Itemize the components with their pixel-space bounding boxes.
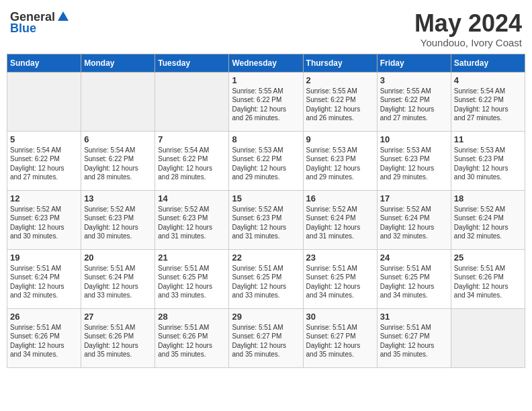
cell-info: Sunrise: 5:51 AM Sunset: 6:25 PM Dayligh… (158, 264, 226, 300)
calendar-cell: 13Sunrise: 5:52 AM Sunset: 6:23 PM Dayli… (81, 190, 155, 249)
svg-marker-0 (58, 11, 69, 21)
day-number: 18 (454, 193, 522, 203)
calendar-cell: 31Sunrise: 5:51 AM Sunset: 6:27 PM Dayli… (377, 308, 451, 367)
day-number: 20 (84, 253, 152, 263)
title-block: May 2024 Youndouo, Ivory Coast (414, 10, 522, 48)
calendar-cell: 17Sunrise: 5:52 AM Sunset: 6:24 PM Dayli… (377, 190, 451, 249)
calendar-week-row: 26Sunrise: 5:51 AM Sunset: 6:26 PM Dayli… (7, 308, 525, 367)
calendar-cell: 21Sunrise: 5:51 AM Sunset: 6:25 PM Dayli… (155, 249, 229, 308)
cell-info: Sunrise: 5:52 AM Sunset: 6:24 PM Dayligh… (306, 205, 374, 241)
cell-info: Sunrise: 5:55 AM Sunset: 6:22 PM Dayligh… (232, 87, 300, 123)
header-cell: Wednesday (229, 54, 303, 72)
cell-info: Sunrise: 5:51 AM Sunset: 6:25 PM Dayligh… (380, 264, 448, 300)
calendar-week-row: 12Sunrise: 5:52 AM Sunset: 6:23 PM Dayli… (7, 190, 525, 249)
calendar-cell: 4Sunrise: 5:54 AM Sunset: 6:22 PM Daylig… (451, 72, 525, 131)
day-number: 22 (232, 253, 300, 263)
day-number: 24 (380, 253, 448, 263)
day-number: 8 (232, 134, 300, 144)
day-number: 25 (454, 253, 522, 263)
header-cell: Saturday (451, 54, 525, 72)
calendar-cell: 24Sunrise: 5:51 AM Sunset: 6:25 PM Dayli… (377, 249, 451, 308)
logo-blue-text: Blue (10, 21, 36, 36)
calendar-cell: 16Sunrise: 5:52 AM Sunset: 6:24 PM Dayli… (303, 190, 377, 249)
calendar-cell: 1Sunrise: 5:55 AM Sunset: 6:22 PM Daylig… (229, 72, 303, 131)
calendar-cell: 27Sunrise: 5:51 AM Sunset: 6:26 PM Dayli… (81, 308, 155, 367)
cell-info: Sunrise: 5:52 AM Sunset: 6:24 PM Dayligh… (454, 205, 522, 241)
calendar-cell: 5Sunrise: 5:54 AM Sunset: 6:22 PM Daylig… (7, 131, 81, 190)
cell-info: Sunrise: 5:55 AM Sunset: 6:22 PM Dayligh… (306, 87, 374, 123)
day-number: 28 (158, 312, 226, 322)
cell-info: Sunrise: 5:51 AM Sunset: 6:27 PM Dayligh… (380, 323, 448, 359)
day-number: 15 (232, 193, 300, 203)
calendar-cell: 14Sunrise: 5:52 AM Sunset: 6:23 PM Dayli… (155, 190, 229, 249)
day-number: 6 (84, 134, 152, 144)
header-cell: Sunday (7, 54, 81, 72)
logo-icon (56, 10, 70, 24)
logo: General Blue (10, 10, 70, 36)
calendar-cell: 30Sunrise: 5:51 AM Sunset: 6:27 PM Dayli… (303, 308, 377, 367)
header-cell: Friday (377, 54, 451, 72)
day-number: 5 (10, 134, 78, 144)
calendar-cell: 29Sunrise: 5:51 AM Sunset: 6:27 PM Dayli… (229, 308, 303, 367)
day-number: 16 (306, 193, 374, 203)
calendar-cell: 3Sunrise: 5:55 AM Sunset: 6:22 PM Daylig… (377, 72, 451, 131)
day-number: 17 (380, 193, 448, 203)
day-number: 10 (380, 134, 448, 144)
month-title: May 2024 (414, 10, 522, 37)
header-cell: Thursday (303, 54, 377, 72)
cell-info: Sunrise: 5:54 AM Sunset: 6:22 PM Dayligh… (10, 146, 78, 182)
calendar-cell: 9Sunrise: 5:53 AM Sunset: 6:23 PM Daylig… (303, 131, 377, 190)
cell-info: Sunrise: 5:53 AM Sunset: 6:23 PM Dayligh… (306, 146, 374, 182)
day-number: 2 (306, 75, 374, 85)
calendar-cell: 23Sunrise: 5:51 AM Sunset: 6:25 PM Dayli… (303, 249, 377, 308)
calendar-cell: 2Sunrise: 5:55 AM Sunset: 6:22 PM Daylig… (303, 72, 377, 131)
calendar-cell (81, 72, 155, 131)
cell-info: Sunrise: 5:51 AM Sunset: 6:25 PM Dayligh… (232, 264, 300, 300)
calendar-cell: 12Sunrise: 5:52 AM Sunset: 6:23 PM Dayli… (7, 190, 81, 249)
cell-info: Sunrise: 5:55 AM Sunset: 6:22 PM Dayligh… (380, 87, 448, 123)
calendar-cell: 20Sunrise: 5:51 AM Sunset: 6:24 PM Dayli… (81, 249, 155, 308)
day-number: 23 (306, 253, 374, 263)
cell-info: Sunrise: 5:51 AM Sunset: 6:25 PM Dayligh… (306, 264, 374, 300)
cell-info: Sunrise: 5:54 AM Sunset: 6:22 PM Dayligh… (84, 146, 152, 182)
day-number: 7 (158, 134, 226, 144)
calendar-cell: 18Sunrise: 5:52 AM Sunset: 6:24 PM Dayli… (451, 190, 525, 249)
day-number: 1 (232, 75, 300, 85)
cell-info: Sunrise: 5:52 AM Sunset: 6:23 PM Dayligh… (84, 205, 152, 241)
day-number: 19 (10, 253, 78, 263)
cell-info: Sunrise: 5:52 AM Sunset: 6:23 PM Dayligh… (232, 205, 300, 241)
day-number: 9 (306, 134, 374, 144)
cell-info: Sunrise: 5:51 AM Sunset: 6:26 PM Dayligh… (10, 323, 78, 359)
cell-info: Sunrise: 5:51 AM Sunset: 6:24 PM Dayligh… (84, 264, 152, 300)
calendar-cell: 15Sunrise: 5:52 AM Sunset: 6:23 PM Dayli… (229, 190, 303, 249)
cell-info: Sunrise: 5:52 AM Sunset: 6:24 PM Dayligh… (380, 205, 448, 241)
header-row: SundayMondayTuesdayWednesdayThursdayFrid… (7, 54, 525, 72)
day-number: 12 (10, 193, 78, 203)
day-number: 31 (380, 312, 448, 322)
calendar-cell: 26Sunrise: 5:51 AM Sunset: 6:26 PM Dayli… (7, 308, 81, 367)
calendar-cell: 6Sunrise: 5:54 AM Sunset: 6:22 PM Daylig… (81, 131, 155, 190)
cell-info: Sunrise: 5:52 AM Sunset: 6:23 PM Dayligh… (158, 205, 226, 241)
calendar-cell: 19Sunrise: 5:51 AM Sunset: 6:24 PM Dayli… (7, 249, 81, 308)
day-number: 27 (84, 312, 152, 322)
cell-info: Sunrise: 5:53 AM Sunset: 6:23 PM Dayligh… (454, 146, 522, 182)
calendar-week-row: 19Sunrise: 5:51 AM Sunset: 6:24 PM Dayli… (7, 249, 525, 308)
cell-info: Sunrise: 5:53 AM Sunset: 6:22 PM Dayligh… (232, 146, 300, 182)
day-number: 21 (158, 253, 226, 263)
subtitle: Youndouo, Ivory Coast (414, 37, 522, 48)
calendar-cell: 11Sunrise: 5:53 AM Sunset: 6:23 PM Dayli… (451, 131, 525, 190)
calendar-cell (451, 308, 525, 367)
page-header: General Blue May 2024 Youndouo, Ivory Co… (7, 7, 525, 48)
cell-info: Sunrise: 5:51 AM Sunset: 6:26 PM Dayligh… (84, 323, 152, 359)
calendar-cell (155, 72, 229, 131)
day-number: 29 (232, 312, 300, 322)
cell-info: Sunrise: 5:51 AM Sunset: 6:26 PM Dayligh… (158, 323, 226, 359)
cell-info: Sunrise: 5:53 AM Sunset: 6:23 PM Dayligh… (380, 146, 448, 182)
calendar-week-row: 5Sunrise: 5:54 AM Sunset: 6:22 PM Daylig… (7, 131, 525, 190)
calendar-cell: 10Sunrise: 5:53 AM Sunset: 6:23 PM Dayli… (377, 131, 451, 190)
calendar-week-row: 1Sunrise: 5:55 AM Sunset: 6:22 PM Daylig… (7, 72, 525, 131)
day-number: 30 (306, 312, 374, 322)
calendar-cell: 22Sunrise: 5:51 AM Sunset: 6:25 PM Dayli… (229, 249, 303, 308)
day-number: 13 (84, 193, 152, 203)
calendar-table: SundayMondayTuesdayWednesdayThursdayFrid… (7, 54, 525, 368)
